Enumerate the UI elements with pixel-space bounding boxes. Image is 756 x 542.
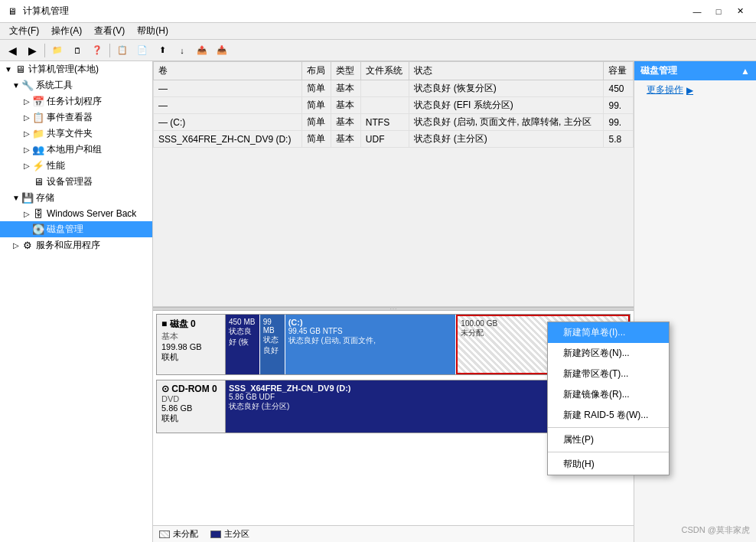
context-menu-item-help[interactable]: 帮助(H) [548, 454, 669, 475]
context-menu-item-properties[interactable]: 属性(P) [548, 429, 669, 450]
expand-sharedfolders[interactable]: ▷ [21, 129, 32, 139]
cell-status: 状态良好 (启动, 页面文件, 故障转储, 主分区 [409, 114, 604, 131]
toolbar-btn-8[interactable]: 📤 [193, 42, 211, 59]
forward-button[interactable]: ▶ [23, 42, 41, 59]
col-status[interactable]: 状态 [409, 62, 604, 80]
cell-cap: 450 [604, 80, 634, 97]
toolbar: ◀ ▶ 📁 🗒 ❓ 📋 📄 ⬆ ↓ 📤 📥 [0, 40, 756, 61]
col-cap[interactable]: 容量 [604, 62, 634, 80]
disk0-part0-status: 状态良好 (恢 [229, 326, 256, 348]
cell-fs [360, 80, 409, 97]
cell-status: 状态良好 (恢复分区) [409, 80, 604, 97]
legend-primary: 主分区 [210, 528, 249, 540]
disk0-part-0[interactable]: 450 MB 状态良好 (恢 [226, 315, 260, 374]
cell-layout: 简单 [301, 114, 331, 131]
disk0-part-1[interactable]: 99 MB 状态良好 [260, 315, 285, 374]
label-diskmgmt: 磁盘管理 [47, 223, 83, 236]
expand-perf[interactable]: ▷ [21, 161, 32, 171]
col-fs[interactable]: 文件系统 [360, 62, 409, 80]
toolbar-btn-1[interactable]: 📁 [48, 42, 67, 59]
toolbar-btn-9[interactable]: 📥 [213, 42, 231, 59]
icon-devmgr: 🖥 [32, 176, 44, 188]
context-menu-item-new-raid5[interactable]: 新建 RAID-5 卷(W)... [548, 405, 669, 426]
table-row[interactable]: — 简单 基本 状态良好 (恢复分区) 450 [154, 80, 634, 97]
expand-systools[interactable]: ▼ [11, 80, 21, 91]
col-layout[interactable]: 布局 [301, 62, 331, 80]
sidebar: ▼ 🖥 计算机管理(本地) ▼ 🔧 系统工具 ▷ 📅 任务计划程序 ▷ 📋 事件… [0, 61, 153, 542]
disk0-part1-size: 99 MB [263, 318, 282, 335]
menu-file[interactable]: 文件(F) [3, 23, 45, 39]
sidebar-item-winback[interactable]: ▷ 🗄 Windows Server Back [0, 206, 152, 221]
maximize-button[interactable]: □ [709, 3, 728, 20]
cell-cap: 99. [604, 97, 634, 114]
close-button[interactable]: ✕ [730, 3, 750, 20]
cdrom-size: 5.86 GB [161, 403, 220, 413]
col-type[interactable]: 类型 [331, 62, 360, 80]
expand-services[interactable]: ▷ [11, 240, 21, 251]
context-menu-item-new-striped[interactable]: 新建带区卷(T)... [548, 364, 669, 384]
label-systools: 系统工具 [36, 79, 73, 92]
table-row[interactable]: — 简单 基本 状态良好 (EFI 系统分区) 99. [154, 97, 634, 114]
label-localusers: 本地用户和组 [47, 143, 102, 156]
menu-view[interactable]: 查看(V) [88, 23, 131, 39]
sidebar-item-diskmgmt[interactable]: ▷ 💽 磁盘管理 [0, 221, 152, 237]
sidebar-item-systools[interactable]: ▼ 🔧 系统工具 [0, 77, 152, 93]
context-menu-item-new-spanned[interactable]: 新建跨区卷(N)... [548, 343, 669, 364]
icon-systools: 🔧 [21, 80, 34, 92]
context-menu-item-new-simple[interactable]: 新建简单卷(I)... [548, 322, 669, 343]
col-vol[interactable]: 卷 [154, 62, 302, 80]
menu-bar: 文件(F) 操作(A) 查看(V) 帮助(H) [0, 23, 756, 40]
title-bar-buttons: — □ ✕ [687, 3, 750, 20]
label-winback: Windows Server Back [47, 208, 136, 219]
toolbar-btn-4[interactable]: 📋 [113, 42, 132, 59]
sidebar-item-root[interactable]: ▼ 🖥 计算机管理(本地) [0, 61, 152, 77]
cell-layout: 简单 [301, 80, 331, 97]
sidebar-item-perf[interactable]: ▷ ⚡ 性能 [0, 158, 152, 174]
cell-fs [360, 97, 409, 114]
label-devmgr: 设备管理器 [47, 175, 93, 188]
toolbar-btn-7[interactable]: ↓ [173, 42, 191, 59]
disk0-part2-status: 状态良好 (启动, 页面文件, [288, 335, 453, 346]
label-taskschd: 任务计划程序 [47, 95, 102, 108]
separator-1 [44, 44, 45, 57]
menu-action[interactable]: 操作(A) [45, 23, 88, 39]
toolbar-btn-6[interactable]: ⬆ [153, 42, 171, 59]
expand-eventvwr[interactable]: ▷ [21, 113, 32, 123]
table-row[interactable]: — (C:) 简单 基本 NTFS 状态良好 (启动, 页面文件, 故障转储, … [154, 114, 634, 131]
expand-taskschd[interactable]: ▷ [21, 96, 32, 107]
table-row[interactable]: SSS_X64FRE_ZH-CN_DV9 (D:) 简单 基本 UDF 状态良好… [154, 131, 634, 148]
context-menu-item-new-mirror[interactable]: 新建镜像卷(R)... [548, 384, 669, 405]
expand-winback[interactable]: ▷ [21, 208, 32, 219]
back-button[interactable]: ◀ [3, 42, 21, 59]
toolbar-btn-2[interactable]: 🗒 [68, 42, 86, 59]
label-storage: 存储 [36, 191, 54, 204]
cell-fs: NTFS [360, 114, 409, 131]
sidebar-item-devmgr[interactable]: ▷ 🖥 设备管理器 [0, 174, 152, 190]
legend-primary-label: 主分区 [224, 528, 249, 540]
ops-more-link[interactable]: 更多操作 ▶ [634, 80, 756, 100]
sidebar-item-services[interactable]: ▷ ⚙ 服务和应用程序 [0, 237, 152, 253]
toolbar-btn-3[interactable]: ❓ [88, 42, 106, 59]
sidebar-item-storage[interactable]: ▼ 💾 存储 [0, 190, 152, 206]
sidebar-item-localusers[interactable]: ▷ 👥 本地用户和组 [0, 142, 152, 158]
toolbar-btn-5[interactable]: 📄 [133, 42, 152, 59]
disk0-status: 联机 [161, 351, 220, 363]
sidebar-item-sharedfolders[interactable]: ▷ 📁 共享文件夹 [0, 126, 152, 142]
expand-localusers[interactable]: ▷ [21, 145, 32, 155]
cell-vol: — [154, 97, 302, 114]
expand-storage[interactable]: ▼ [11, 193, 21, 204]
table-area[interactable]: 卷 布局 类型 文件系统 状态 容量 — 简单 基本 状态良好 (恢复分区) [153, 61, 634, 307]
menu-help[interactable]: 帮助(H) [131, 23, 174, 39]
label-eventvwr: 事件查看器 [47, 111, 93, 124]
minimize-button[interactable]: — [687, 3, 707, 20]
icon-eventvwr: 📋 [32, 112, 44, 124]
volume-table: 卷 布局 类型 文件系统 状态 容量 — 简单 基本 状态良好 (恢复分区) [153, 61, 634, 148]
disk0-part-2[interactable]: (C:) 99.45 GB NTFS 状态良好 (启动, 页面文件, [285, 315, 457, 374]
sidebar-item-eventvwr[interactable]: ▷ 📋 事件查看器 [0, 109, 152, 126]
cell-status: 状态良好 (主分区) [409, 131, 604, 148]
sidebar-item-taskschd[interactable]: ▷ 📅 任务计划程序 [0, 93, 152, 109]
expand-root[interactable]: ▼ [3, 64, 14, 75]
cell-vol: — (C:) [154, 114, 302, 131]
legend-primary-box [210, 531, 221, 538]
disk0-size: 199.98 GB [161, 342, 220, 351]
